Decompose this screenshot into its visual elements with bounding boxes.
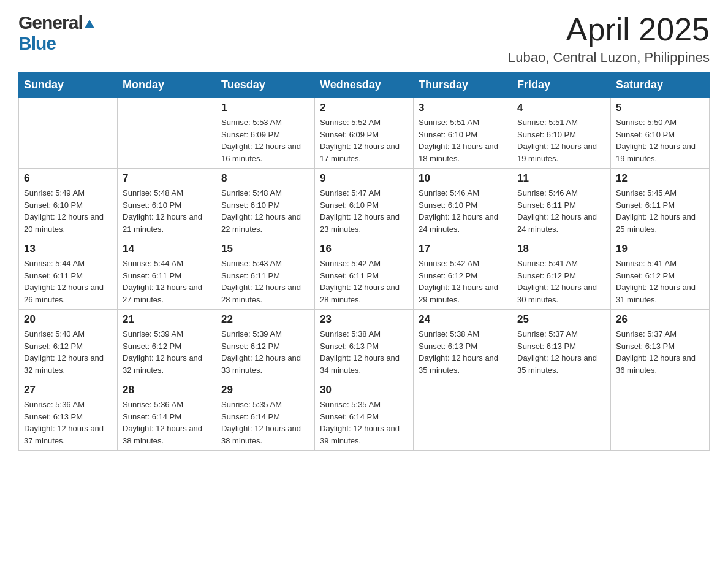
- day-info: Sunrise: 5:45 AM Sunset: 6:11 PM Dayligh…: [616, 187, 704, 235]
- day-info: Sunrise: 5:39 AM Sunset: 6:12 PM Dayligh…: [221, 328, 309, 376]
- day-number: 16: [320, 243, 408, 255]
- logo-general: General: [18, 12, 83, 33]
- day-number: 17: [419, 243, 507, 255]
- calendar-cell: 4Sunrise: 5:51 AM Sunset: 6:10 PM Daylig…: [512, 98, 611, 169]
- calendar-cell: 14Sunrise: 5:44 AM Sunset: 6:11 PM Dayli…: [118, 239, 216, 310]
- day-info: Sunrise: 5:44 AM Sunset: 6:11 PM Dayligh…: [123, 258, 211, 305]
- day-number: 8: [221, 172, 309, 185]
- title-section: April 2025 Lubao, Central Luzon, Philipp…: [508, 12, 710, 66]
- day-info: Sunrise: 5:48 AM Sunset: 6:10 PM Dayligh…: [221, 187, 309, 235]
- day-number: 12: [616, 172, 704, 185]
- week-row-5: 27Sunrise: 5:36 AM Sunset: 6:13 PM Dayli…: [19, 380, 710, 451]
- calendar-cell: 22Sunrise: 5:39 AM Sunset: 6:12 PM Dayli…: [216, 310, 315, 380]
- day-info: Sunrise: 5:51 AM Sunset: 6:10 PM Dayligh…: [419, 117, 507, 164]
- calendar-cell: 6Sunrise: 5:49 AM Sunset: 6:10 PM Daylig…: [19, 169, 118, 239]
- weekday-header-sunday: Sunday: [19, 72, 118, 98]
- day-info: Sunrise: 5:40 AM Sunset: 6:12 PM Dayligh…: [24, 328, 112, 376]
- day-info: Sunrise: 5:46 AM Sunset: 6:11 PM Dayligh…: [517, 187, 605, 235]
- day-info: Sunrise: 5:37 AM Sunset: 6:13 PM Dayligh…: [616, 328, 704, 376]
- week-row-1: 1Sunrise: 5:53 AM Sunset: 6:09 PM Daylig…: [19, 98, 710, 169]
- day-number: 1: [221, 102, 309, 114]
- calendar-cell: 9Sunrise: 5:47 AM Sunset: 6:10 PM Daylig…: [315, 169, 414, 239]
- day-info: Sunrise: 5:53 AM Sunset: 6:09 PM Dayligh…: [221, 117, 309, 164]
- calendar-cell: [19, 98, 118, 169]
- day-number: 15: [221, 243, 309, 255]
- day-info: Sunrise: 5:42 AM Sunset: 6:12 PM Dayligh…: [419, 258, 507, 305]
- logo: General Blue: [18, 12, 95, 54]
- day-number: 18: [517, 243, 605, 255]
- calendar-cell: 19Sunrise: 5:41 AM Sunset: 6:12 PM Dayli…: [611, 239, 710, 310]
- calendar-cell: 7Sunrise: 5:48 AM Sunset: 6:10 PM Daylig…: [118, 169, 216, 239]
- day-info: Sunrise: 5:50 AM Sunset: 6:10 PM Dayligh…: [616, 117, 704, 164]
- day-info: Sunrise: 5:44 AM Sunset: 6:11 PM Dayligh…: [24, 258, 112, 305]
- day-info: Sunrise: 5:39 AM Sunset: 6:12 PM Dayligh…: [123, 328, 211, 376]
- calendar-cell: 18Sunrise: 5:41 AM Sunset: 6:12 PM Dayli…: [512, 239, 611, 310]
- calendar-cell: 29Sunrise: 5:35 AM Sunset: 6:14 PM Dayli…: [216, 380, 315, 451]
- day-number: 13: [24, 243, 112, 255]
- calendar-cell: 12Sunrise: 5:45 AM Sunset: 6:11 PM Dayli…: [611, 169, 710, 239]
- day-number: 3: [419, 102, 507, 114]
- day-number: 30: [320, 384, 408, 396]
- calendar-cell: 17Sunrise: 5:42 AM Sunset: 6:12 PM Dayli…: [414, 239, 512, 310]
- weekday-header-tuesday: Tuesday: [216, 72, 315, 98]
- weekday-header-monday: Monday: [118, 72, 216, 98]
- calendar-cell: 20Sunrise: 5:40 AM Sunset: 6:12 PM Dayli…: [19, 310, 118, 380]
- calendar-cell: 5Sunrise: 5:50 AM Sunset: 6:10 PM Daylig…: [611, 98, 710, 169]
- week-row-2: 6Sunrise: 5:49 AM Sunset: 6:10 PM Daylig…: [19, 169, 710, 239]
- day-info: Sunrise: 5:42 AM Sunset: 6:11 PM Dayligh…: [320, 258, 408, 305]
- weekday-header-wednesday: Wednesday: [315, 72, 414, 98]
- day-info: Sunrise: 5:51 AM Sunset: 6:10 PM Dayligh…: [517, 117, 605, 164]
- day-number: 6: [24, 172, 112, 185]
- day-info: Sunrise: 5:38 AM Sunset: 6:13 PM Dayligh…: [419, 328, 507, 376]
- day-number: 28: [123, 384, 211, 396]
- day-info: Sunrise: 5:48 AM Sunset: 6:10 PM Dayligh…: [123, 187, 211, 235]
- day-number: 21: [123, 313, 211, 326]
- calendar-cell: [611, 380, 710, 451]
- day-number: 29: [221, 384, 309, 396]
- calendar-cell: 25Sunrise: 5:37 AM Sunset: 6:13 PM Dayli…: [512, 310, 611, 380]
- calendar-cell: 1Sunrise: 5:53 AM Sunset: 6:09 PM Daylig…: [216, 98, 315, 169]
- weekday-header-friday: Friday: [512, 72, 611, 98]
- day-number: 11: [517, 172, 605, 185]
- calendar-cell: 3Sunrise: 5:51 AM Sunset: 6:10 PM Daylig…: [414, 98, 512, 169]
- location-title: Lubao, Central Luzon, Philippines: [508, 50, 710, 66]
- day-info: Sunrise: 5:46 AM Sunset: 6:10 PM Dayligh…: [419, 187, 507, 235]
- calendar-cell: 15Sunrise: 5:43 AM Sunset: 6:11 PM Dayli…: [216, 239, 315, 310]
- day-info: Sunrise: 5:41 AM Sunset: 6:12 PM Dayligh…: [517, 258, 605, 305]
- calendar-cell: [512, 380, 611, 451]
- week-row-3: 13Sunrise: 5:44 AM Sunset: 6:11 PM Dayli…: [19, 239, 710, 310]
- day-number: 24: [419, 313, 507, 326]
- logo-blue: Blue: [18, 33, 56, 54]
- day-number: 4: [517, 102, 605, 114]
- calendar-cell: 16Sunrise: 5:42 AM Sunset: 6:11 PM Dayli…: [315, 239, 414, 310]
- day-number: 19: [616, 243, 704, 255]
- day-info: Sunrise: 5:38 AM Sunset: 6:13 PM Dayligh…: [320, 328, 408, 376]
- weekday-header-thursday: Thursday: [414, 72, 512, 98]
- week-row-4: 20Sunrise: 5:40 AM Sunset: 6:12 PM Dayli…: [19, 310, 710, 380]
- day-number: 20: [24, 313, 112, 326]
- calendar-cell: 24Sunrise: 5:38 AM Sunset: 6:13 PM Dayli…: [414, 310, 512, 380]
- calendar-cell: 26Sunrise: 5:37 AM Sunset: 6:13 PM Dayli…: [611, 310, 710, 380]
- calendar-cell: 30Sunrise: 5:35 AM Sunset: 6:14 PM Dayli…: [315, 380, 414, 451]
- day-number: 2: [320, 102, 408, 114]
- page-header: General Blue April 2025 Lubao, Central L…: [18, 12, 710, 66]
- day-info: Sunrise: 5:36 AM Sunset: 6:14 PM Dayligh…: [123, 399, 211, 446]
- day-number: 25: [517, 313, 605, 326]
- calendar-cell: 23Sunrise: 5:38 AM Sunset: 6:13 PM Dayli…: [315, 310, 414, 380]
- day-number: 23: [320, 313, 408, 326]
- day-number: 5: [616, 102, 704, 114]
- day-number: 14: [123, 243, 211, 255]
- calendar-cell: [118, 98, 216, 169]
- day-info: Sunrise: 5:41 AM Sunset: 6:12 PM Dayligh…: [616, 258, 704, 305]
- logo-arrow-icon: [85, 12, 94, 33]
- calendar-cell: 10Sunrise: 5:46 AM Sunset: 6:10 PM Dayli…: [414, 169, 512, 239]
- day-info: Sunrise: 5:52 AM Sunset: 6:09 PM Dayligh…: [320, 117, 408, 164]
- day-number: 22: [221, 313, 309, 326]
- day-info: Sunrise: 5:36 AM Sunset: 6:13 PM Dayligh…: [24, 399, 112, 446]
- calendar-cell: 28Sunrise: 5:36 AM Sunset: 6:14 PM Dayli…: [118, 380, 216, 451]
- day-info: Sunrise: 5:47 AM Sunset: 6:10 PM Dayligh…: [320, 187, 408, 235]
- day-info: Sunrise: 5:43 AM Sunset: 6:11 PM Dayligh…: [221, 258, 309, 305]
- day-number: 10: [419, 172, 507, 185]
- weekday-header-saturday: Saturday: [611, 72, 710, 98]
- weekday-header-row: SundayMondayTuesdayWednesdayThursdayFrid…: [19, 72, 710, 98]
